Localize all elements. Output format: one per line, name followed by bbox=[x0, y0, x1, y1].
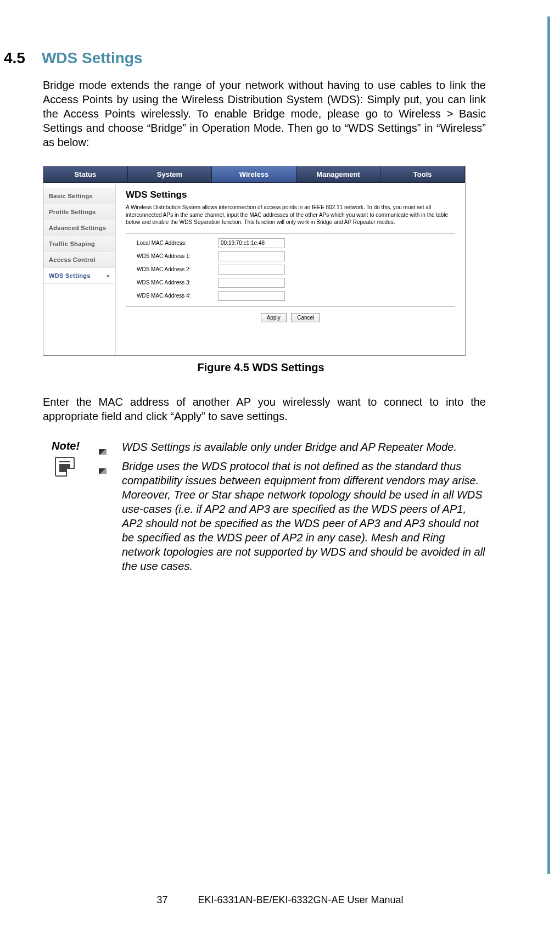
panel-description: A Wireless Distribution System allows in… bbox=[126, 204, 455, 226]
chevron-right-icon: » bbox=[107, 272, 110, 279]
sidebar-item-advanced[interactable]: Advanced Settings bbox=[43, 220, 115, 236]
sidebar-item-wds[interactable]: WDS Settings » bbox=[43, 268, 115, 284]
form-buttons: Apply Cancel bbox=[126, 312, 455, 322]
local-mac-input[interactable] bbox=[218, 238, 285, 248]
form-row-mac3: WDS MAC Address 3: bbox=[126, 276, 455, 289]
section-title: WDS Settings bbox=[42, 49, 143, 67]
document-icon bbox=[55, 457, 75, 477]
note-item-text: Bridge uses the WDS protocol that is not… bbox=[122, 459, 486, 573]
wds-settings-screenshot: Status System Wireless Management Tools … bbox=[43, 166, 466, 356]
sidebar-item-label: WDS Settings bbox=[49, 272, 91, 279]
note-item: Bridge uses the WDS protocol that is not… bbox=[99, 459, 486, 573]
note-label-column: Note! bbox=[52, 440, 99, 574]
tab-wireless[interactable]: Wireless bbox=[212, 166, 296, 182]
post-text: Enter the MAC address of another AP you … bbox=[43, 395, 486, 423]
form-row-mac2: WDS MAC Address 2: bbox=[126, 263, 455, 276]
note-item-text: WDS Settings is available only under Bri… bbox=[122, 440, 457, 458]
mac2-label: WDS MAC Address 2: bbox=[126, 266, 218, 272]
page-border bbox=[547, 16, 550, 874]
tab-tools[interactable]: Tools bbox=[380, 166, 465, 182]
main-panel: WDS Settings A Wireless Distribution Sys… bbox=[116, 183, 465, 355]
apply-button[interactable]: Apply bbox=[261, 313, 287, 322]
mac-form: Local MAC Address: WDS MAC Address 1: WD… bbox=[126, 233, 455, 306]
note-block: Note! WDS Settings is available only und… bbox=[52, 440, 486, 574]
manual-title: EKI-6331AN-BE/EKI-6332GN-AE User Manual bbox=[198, 894, 403, 905]
tab-status[interactable]: Status bbox=[43, 166, 128, 182]
tab-management[interactable]: Management bbox=[296, 166, 381, 182]
mac1-input[interactable] bbox=[218, 251, 285, 261]
sidebar-item-traffic[interactable]: Traffic Shaping bbox=[43, 236, 115, 252]
section-header: 4.5 WDS Settings bbox=[0, 49, 522, 67]
note-label: Note! bbox=[52, 440, 99, 452]
tab-system[interactable]: System bbox=[128, 166, 212, 182]
form-row-local: Local MAC Address: bbox=[126, 237, 455, 250]
mac4-label: WDS MAC Address 4: bbox=[126, 293, 218, 299]
section-number: 4.5 bbox=[0, 49, 25, 67]
bullet-icon bbox=[99, 459, 122, 573]
intro-paragraph: Bridge mode extends the range of your ne… bbox=[43, 78, 486, 149]
note-items: WDS Settings is available only under Bri… bbox=[99, 440, 486, 574]
page-number: 37 bbox=[156, 894, 167, 906]
form-row-mac1: WDS MAC Address 1: bbox=[126, 250, 455, 263]
mac3-label: WDS MAC Address 3: bbox=[126, 279, 218, 286]
sidebar-item-basic[interactable]: Basic Settings bbox=[43, 188, 115, 204]
bullet-icon bbox=[99, 440, 122, 458]
mac4-input[interactable] bbox=[218, 291, 285, 301]
cancel-button[interactable]: Cancel bbox=[291, 313, 320, 322]
form-row-mac4: WDS MAC Address 4: bbox=[126, 289, 455, 303]
mac2-input[interactable] bbox=[218, 265, 285, 275]
sidebar-item-profile[interactable]: Profile Settings bbox=[43, 204, 115, 220]
top-nav: Status System Wireless Management Tools bbox=[43, 166, 465, 183]
sidebar-nav: Basic Settings Profile Settings Advanced… bbox=[43, 183, 116, 355]
sidebar-item-access[interactable]: Access Control bbox=[43, 252, 115, 268]
figure-caption: Figure 4.5 WDS Settings bbox=[0, 361, 522, 374]
panel-title: WDS Settings bbox=[126, 189, 455, 200]
mac3-input[interactable] bbox=[218, 278, 285, 288]
mac1-label: WDS MAC Address 1: bbox=[126, 253, 218, 259]
note-item: WDS Settings is available only under Bri… bbox=[99, 440, 486, 458]
page-footer: 37 EKI-6331AN-BE/EKI-6332GN-AE User Manu… bbox=[0, 894, 560, 906]
local-mac-label: Local MAC Address: bbox=[126, 240, 218, 246]
